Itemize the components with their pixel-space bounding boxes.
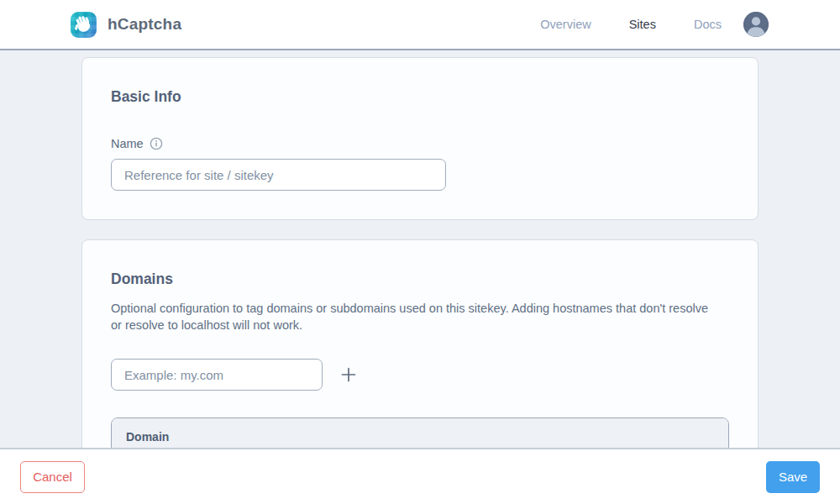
nav-links: Overview Sites Docs [540,18,722,31]
domains-title: Domains [111,270,729,288]
nav-sites[interactable]: Sites [629,18,656,31]
add-domain-row [111,359,729,391]
user-avatar-icon[interactable] [743,12,769,37]
save-button[interactable]: Save [766,461,820,493]
basic-info-card: Basic Info Name [81,57,759,220]
info-icon [150,137,163,150]
app-header: hCaptcha Overview Sites Docs [0,0,840,50]
cancel-button[interactable]: Cancel [20,461,85,493]
brand-name: hCaptcha [108,15,181,34]
name-input[interactable] [111,159,446,191]
basic-info-title: Basic Info [111,88,729,106]
hcaptcha-logo-icon [71,12,97,38]
main-nav: Overview Sites Docs [540,12,769,37]
name-field-label-row: Name [111,137,729,150]
nav-docs[interactable]: Docs [694,18,722,31]
domain-input[interactable] [111,359,323,391]
name-field-label: Name [111,137,144,150]
domain-column-header: Domain [126,430,169,444]
brand: hCaptcha [71,12,181,38]
add-domain-button[interactable] [337,363,360,386]
action-bar: Cancel Save [0,448,840,504]
domains-description: Optional configuration to tag domains or… [111,300,712,333]
nav-overview[interactable]: Overview [540,18,591,31]
plus-icon [340,366,357,383]
site-settings-form: Basic Info Name Domains Optional configu… [81,57,759,491]
